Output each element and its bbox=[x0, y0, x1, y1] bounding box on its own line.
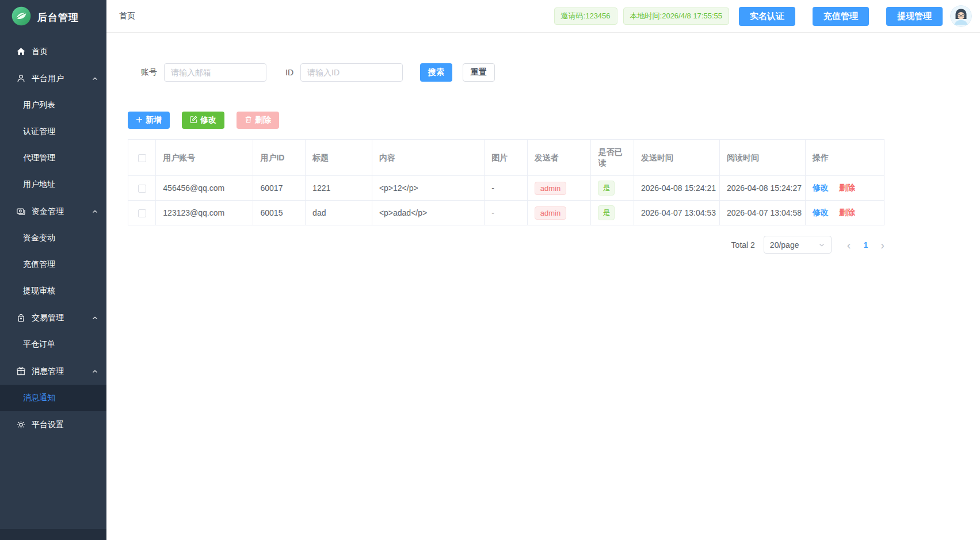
logo: 后台管理 bbox=[0, 0, 106, 35]
app-title: 后台管理 bbox=[37, 11, 79, 24]
row-checkbox[interactable] bbox=[138, 185, 146, 193]
sidebar-item-agent-manage[interactable]: 代理管理 bbox=[0, 145, 106, 171]
sidebar-item-recharge-manage[interactable]: 充值管理 bbox=[0, 251, 106, 278]
user-avatar[interactable] bbox=[950, 5, 972, 27]
table-row: 123123@qq.com 60015 dad <p>adad</p> - ad… bbox=[128, 201, 884, 225]
table-row: 456456@qq.com 60017 1221 <p>12</p> - adm… bbox=[128, 176, 884, 201]
sender-tag: admin bbox=[535, 182, 566, 195]
sidebar-item-message-notice[interactable]: 消息通知 bbox=[0, 385, 106, 411]
cell-image: - bbox=[485, 201, 528, 225]
next-page-icon[interactable]: › bbox=[880, 239, 884, 251]
cell-account: 456456@qq.com bbox=[156, 176, 253, 201]
prev-page-icon[interactable]: ‹ bbox=[847, 239, 851, 251]
row-edit-link[interactable]: 修改 bbox=[813, 208, 829, 217]
chevron-up-icon bbox=[91, 315, 98, 321]
sidebar-item-fund-changes[interactable]: 资金变动 bbox=[0, 225, 106, 251]
id-label: ID bbox=[285, 68, 293, 77]
col-header-user-id: 用户ID bbox=[253, 140, 306, 176]
col-header-image: 图片 bbox=[485, 140, 528, 176]
sidebar-collapse-bar[interactable] bbox=[0, 529, 106, 540]
breadcrumb-home[interactable]: 首页 bbox=[119, 11, 135, 21]
cell-user-id: 60017 bbox=[253, 176, 306, 201]
sidebar-group-label: 平台用户 bbox=[32, 74, 64, 84]
topbar-right: 邀请码:123456 本地时间:2026/4/8 17:55:55 实名认证 充… bbox=[554, 5, 974, 27]
add-button[interactable]: 新增 bbox=[128, 112, 170, 129]
sidebar-group-funds[interactable]: 资金管理 bbox=[0, 198, 106, 225]
toolbar: 新增 修改 删除 bbox=[128, 112, 968, 129]
sidebar-group-messages[interactable]: 消息管理 bbox=[0, 358, 106, 385]
col-header-read: 是否已读 bbox=[591, 140, 634, 176]
cell-title: 1221 bbox=[306, 176, 372, 201]
sidebar-item-withdraw-review[interactable]: 提现审核 bbox=[0, 278, 106, 304]
delete-button[interactable]: 删除 bbox=[237, 112, 279, 129]
sidebar: 后台管理 首页 平台用户 用户列表 认证管理 代理管理 用户地址 资金管理 资金… bbox=[0, 0, 106, 540]
local-time-tag: 本地时间:2026/4/8 17:55:55 bbox=[623, 7, 729, 25]
sidebar-item-platform-settings[interactable]: 平台设置 bbox=[0, 411, 106, 438]
sidebar-item-user-address[interactable]: 用户地址 bbox=[0, 171, 106, 198]
select-all-checkbox[interactable] bbox=[138, 154, 146, 162]
row-edit-link[interactable]: 修改 bbox=[813, 183, 829, 192]
leaf-logo-icon bbox=[12, 6, 31, 28]
read-status-tag: 是 bbox=[598, 205, 615, 220]
gear-icon bbox=[16, 420, 26, 430]
account-input[interactable] bbox=[164, 63, 266, 82]
pagination: Total 2 20/page ‹ 1 › bbox=[128, 236, 884, 254]
money-card-icon bbox=[16, 206, 26, 217]
user-icon bbox=[16, 74, 26, 84]
pagination-total: Total 2 bbox=[731, 240, 755, 250]
sidebar-group-label: 交易管理 bbox=[32, 313, 64, 323]
cell-content: <p>adad</p> bbox=[372, 201, 484, 225]
admin-app: 后台管理 首页 平台用户 用户列表 认证管理 代理管理 用户地址 资金管理 资金… bbox=[0, 0, 980, 540]
sidebar-group-trade[interactable]: 交易管理 bbox=[0, 304, 106, 331]
sidebar-group-label: 消息管理 bbox=[32, 366, 64, 377]
col-header-sender: 发送者 bbox=[527, 140, 591, 176]
table-header-row: 用户账号 用户ID 标题 内容 图片 发送者 是否已读 发送时间 阅读时间 操作 bbox=[128, 140, 884, 176]
search-form: 账号 ID 搜索 重置 bbox=[141, 63, 968, 82]
chevron-up-icon bbox=[91, 208, 98, 215]
page-number-current[interactable]: 1 bbox=[864, 240, 868, 250]
search-button[interactable]: 搜索 bbox=[420, 63, 452, 82]
sidebar-item-auth-manage[interactable]: 认证管理 bbox=[0, 118, 106, 145]
sidebar-item-home[interactable]: 首页 bbox=[0, 38, 106, 65]
cell-image: - bbox=[485, 176, 528, 201]
col-header-read-time: 阅读时间 bbox=[719, 140, 805, 176]
cell-read-time: 2026-04-08 15:24:27 bbox=[719, 176, 805, 201]
cell-title: dad bbox=[306, 201, 372, 225]
realname-auth-button[interactable]: 实名认证 bbox=[739, 7, 795, 26]
id-input[interactable] bbox=[300, 63, 403, 82]
sidebar-item-label: 首页 bbox=[32, 47, 48, 57]
edit-button[interactable]: 修改 bbox=[182, 112, 224, 129]
sender-tag: admin bbox=[535, 206, 566, 220]
content: 账号 ID 搜索 重置 新增 修改 删除 bbox=[106, 33, 980, 254]
invite-code-tag: 邀请码:123456 bbox=[554, 7, 617, 25]
sidebar-item-close-orders[interactable]: 平仓订单 bbox=[0, 331, 106, 358]
main-area: 首页 邀请码:123456 本地时间:2026/4/8 17:55:55 实名认… bbox=[106, 0, 980, 540]
account-label: 账号 bbox=[141, 67, 157, 78]
cell-content: <p>12</p> bbox=[372, 176, 484, 201]
cell-read-time: 2026-04-07 13:04:58 bbox=[719, 201, 805, 225]
sidebar-group-platform-users[interactable]: 平台用户 bbox=[0, 65, 106, 92]
edit-pencil-icon bbox=[190, 116, 197, 125]
read-status-tag: 是 bbox=[598, 181, 615, 196]
chevron-up-icon bbox=[91, 368, 98, 375]
sidebar-item-user-list[interactable]: 用户列表 bbox=[0, 92, 106, 118]
home-icon bbox=[16, 47, 26, 57]
cell-account: 123123@qq.com bbox=[156, 201, 253, 225]
recharge-manage-button[interactable]: 充值管理 bbox=[813, 7, 869, 26]
reset-button[interactable]: 重置 bbox=[463, 63, 495, 82]
sidebar-nav: 首页 平台用户 用户列表 认证管理 代理管理 用户地址 资金管理 资金变动 充值… bbox=[0, 35, 106, 540]
row-delete-link[interactable]: 删除 bbox=[839, 208, 855, 217]
row-delete-link[interactable]: 删除 bbox=[839, 183, 855, 192]
sidebar-group-label: 资金管理 bbox=[32, 206, 64, 217]
messages-table: 用户账号 用户ID 标题 内容 图片 发送者 是否已读 发送时间 阅读时间 操作 bbox=[128, 139, 884, 225]
row-checkbox[interactable] bbox=[138, 209, 146, 217]
gift-box-icon bbox=[16, 366, 26, 377]
shopping-bag-icon bbox=[16, 313, 26, 323]
col-header-account: 用户账号 bbox=[156, 140, 253, 176]
chevron-down-icon bbox=[818, 242, 825, 248]
cell-user-id: 60015 bbox=[253, 201, 306, 225]
page-size-select[interactable]: 20/page bbox=[764, 236, 832, 254]
chevron-up-icon bbox=[91, 75, 98, 82]
withdraw-manage-button[interactable]: 提现管理 bbox=[886, 7, 943, 26]
topbar: 首页 邀请码:123456 本地时间:2026/4/8 17:55:55 实名认… bbox=[106, 0, 980, 33]
